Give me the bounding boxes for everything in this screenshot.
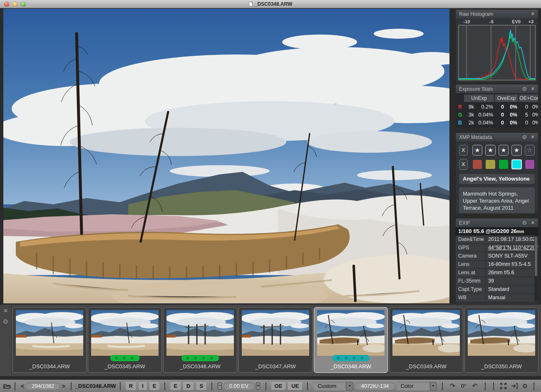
rating-star-button[interactable]: ★: [472, 145, 482, 156]
thumbnail[interactable]: _DSC0349.ARW: [389, 307, 463, 373]
resize-grip[interactable]: [535, 386, 541, 392]
thumbnail-filename: _DSC0350.ARW: [465, 363, 538, 370]
exif-row-label: Capt.Type: [456, 285, 486, 293]
next-image-button[interactable]: >: [60, 383, 67, 390]
gear-icon[interactable]: ⚙: [522, 86, 527, 92]
close-icon[interactable]: ✕: [531, 86, 535, 92]
rating-star-button[interactable]: ★: [499, 145, 509, 156]
previous-image-button[interactable]: <: [19, 383, 26, 390]
scrollbar-thumb[interactable]: [535, 236, 537, 276]
minimize-window-button[interactable]: [12, 2, 17, 7]
image-description-field[interactable]: Mammoth Hot Springs, Upper Terraces Area…: [459, 187, 535, 214]
toggle-d-button[interactable]: D: [183, 382, 194, 390]
rating-star-button[interactable]: ☆: [525, 145, 535, 156]
exif-table: Date&Time 2011:08:17 18:50:02 GPS 44°58′…: [456, 236, 538, 302]
exposure-table: UnExp OveExp OE+Corr R 9k 0.2% 0 0% 0 0%…: [456, 93, 538, 127]
raw-histogram-header: Raw Histogram ✕: [456, 10, 538, 18]
scrollbar[interactable]: [534, 236, 538, 301]
channel-label: R: [457, 104, 464, 110]
open-folder-icon[interactable]: [3, 383, 11, 389]
color-swatch[interactable]: [511, 159, 522, 169]
unexp-pct: 0.04%: [475, 120, 494, 126]
toggle-e2-button[interactable]: E: [170, 382, 181, 390]
gps-link[interactable]: 44°58′1″N 110°42′20″W: [486, 244, 538, 252]
thumbnail[interactable]: _DSC0347.ARW: [238, 307, 313, 373]
main-image-view[interactable]: [3, 9, 449, 303]
rating-row: X ★ ★ ★ ★ ☆: [459, 145, 535, 156]
no-color-button[interactable]: X: [459, 159, 468, 170]
exif-row-value: 16-80mm f/3.5-4.5: [486, 261, 538, 268]
divider: [442, 382, 443, 390]
exif-summary-unit: mm: [517, 229, 524, 234]
oveexp-pct: 0%: [505, 120, 519, 126]
color-label-row: X: [459, 159, 535, 170]
window-title-text: _DSC0348.ARW: [255, 1, 292, 7]
look-dropdown[interactable]: Color Movie ▼: [397, 382, 437, 390]
thumbnail[interactable]: _DSC0350.ARW: [464, 307, 539, 373]
unexp-count: 9k: [464, 104, 475, 110]
thumbnail[interactable]: ☆ ☆ ☆ ☆ _DSC0346.ARW: [163, 307, 237, 373]
table-row: G 3k 0.04% 0 0% 5 0%: [457, 111, 536, 119]
reject-rating-button[interactable]: X: [459, 145, 468, 156]
rotate-left-icon[interactable]: ↶: [469, 382, 481, 390]
thumbnail-filename: _DSC0349.ARW: [390, 363, 463, 370]
window-title: _DSC0348.ARW: [249, 1, 292, 7]
close-icon[interactable]: ✕: [531, 11, 535, 17]
exif-row-label: Lens at: [456, 269, 486, 277]
exif-row-value: Standard: [486, 285, 538, 293]
thumbnail[interactable]: _DSC0344.ARW: [12, 307, 87, 373]
image-title-field[interactable]: Angel's View, Yellowstone: [459, 174, 535, 184]
oecorr-pct: 0%: [529, 104, 539, 110]
close-filmstrip-icon[interactable]: ✕: [3, 308, 7, 314]
app-window: _DSC0348.ARW: [0, 0, 541, 392]
close-window-button[interactable]: [4, 2, 9, 7]
table-row: WB Manual: [456, 294, 538, 302]
settings-gear-icon[interactable]: ⚙: [522, 382, 528, 390]
xmp-metadata-title: XMP Metadata: [459, 134, 492, 140]
thumbnail-strip: _DSC0344.ARW ☆ ☆ ☆ _DSC0345.ARW ☆ ☆ ☆ ☆ …: [12, 307, 539, 373]
ev-decrease-button[interactable]: −: [218, 382, 222, 390]
toggle-e-button[interactable]: E: [149, 382, 160, 390]
close-icon[interactable]: ✕: [531, 134, 535, 140]
color-swatch[interactable]: [525, 159, 535, 169]
color-swatch[interactable]: [485, 159, 495, 169]
channel-label: G: [457, 112, 464, 118]
thumbnail[interactable]: ☆ ☆ ☆ _DSC0345.ARW: [88, 307, 162, 373]
close-icon[interactable]: ✕: [531, 220, 535, 226]
divider: [493, 382, 494, 390]
thumbnail-selected[interactable]: ☆ ☆ ☆ ☆ _DSC0348.ARW: [314, 307, 388, 373]
table-row: GPS 44°58′1″N 110°42′20″W: [456, 244, 538, 252]
color-swatch[interactable]: [499, 159, 509, 169]
zoom-window-button[interactable]: [21, 2, 26, 7]
gear-icon[interactable]: ⚙: [522, 220, 527, 226]
exit-icon[interactable]: [511, 383, 518, 389]
raw-histogram-panel: Raw Histogram ✕ -10 -5 EV0 +3: [455, 9, 539, 83]
column-header: UnExp: [464, 94, 494, 102]
oecorr-count: 0: [519, 120, 529, 126]
exif-summary-text: 1/160 f/5.6 @ISO200 26: [458, 228, 517, 234]
toggle-s-button[interactable]: S: [196, 382, 206, 390]
rotate-right-icon[interactable]: ↷: [447, 382, 459, 390]
table-row: Camera SONY SLT-A55V: [456, 252, 538, 261]
gear-icon[interactable]: ⚙: [522, 134, 527, 140]
color-swatch[interactable]: [472, 159, 482, 169]
exif-title: EXIF: [459, 220, 470, 226]
table-row: Lens 16-80mm f/3.5-4.5: [456, 261, 538, 269]
histogram-plot: [458, 25, 536, 80]
table-row: Lens at 26mm f/5.6: [456, 269, 538, 277]
toggle-i-button[interactable]: I: [139, 382, 147, 390]
ev-increase-button[interactable]: +: [256, 382, 260, 390]
oe-button[interactable]: OE: [271, 382, 286, 390]
wb-preset-dropdown[interactable]: Custom ▼: [313, 382, 353, 390]
table-row: FL-35mm 39: [456, 277, 538, 285]
oveexp-count: 0: [494, 112, 505, 118]
rating-star-button[interactable]: ★: [485, 145, 495, 156]
exif-row-value: SONY SLT-A55V: [486, 252, 538, 260]
ue-button[interactable]: UE: [288, 382, 302, 390]
filmstrip-gear-icon[interactable]: ⚙: [3, 318, 8, 325]
rating-star-button[interactable]: ★: [511, 145, 521, 156]
toggle-r-button[interactable]: R: [126, 382, 136, 390]
fullscreen-icon[interactable]: [500, 382, 507, 390]
table-row: R 9k 0.2% 0 0% 0 0%: [457, 103, 536, 111]
titlebar: _DSC0348.ARW: [0, 0, 541, 8]
